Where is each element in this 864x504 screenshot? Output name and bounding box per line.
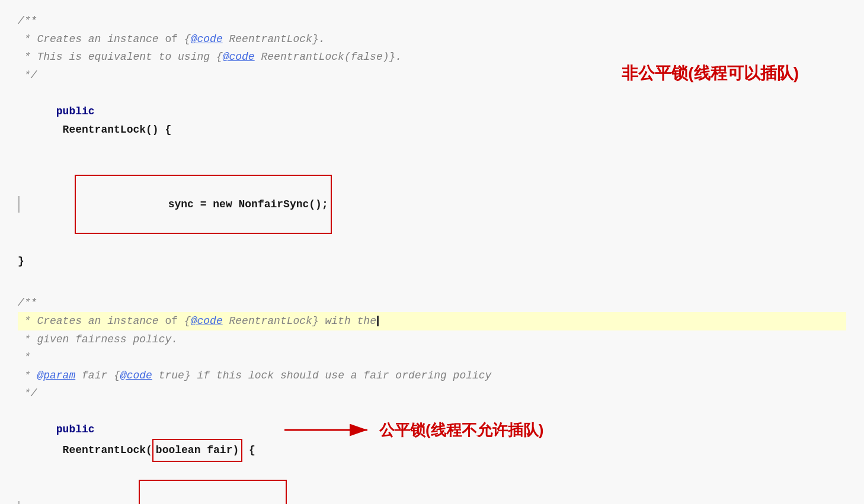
- comment-line-1: /**: [18, 12, 846, 30]
- annotation-fair: 公平锁(线程不允许插队): [379, 417, 543, 443]
- comment2-line-1: /**: [18, 294, 846, 312]
- section-gap: [18, 270, 846, 294]
- annotation-nonfair: 非公平锁(线程可以插队): [622, 59, 799, 88]
- boolean-fair-code: boolean fair): [156, 444, 239, 456]
- nonfairsync-highlight: sync = new NonfairSync();: [75, 175, 331, 234]
- comment2-line-6: */: [18, 384, 846, 403]
- arrow-annotation-fair: 公平锁(线程不允许插队): [284, 415, 543, 445]
- constructor-declaration-1: public ReentrantLock() {: [18, 84, 846, 156]
- constructor-body-2: sync = fair ? new FairSync() : new Nonfa…: [18, 480, 846, 504]
- keyword-public-1: public: [56, 105, 95, 117]
- constructor-name-1: ReentrantLock() {: [56, 124, 171, 136]
- comment2-line-2: * Creates an instance of {@code Reentran…: [18, 312, 846, 330]
- red-arrow-svg: [284, 415, 379, 445]
- keyword-public-2: public: [56, 423, 95, 435]
- open-brace-2: {: [242, 444, 255, 456]
- sync-fair-code: sync = fair ?: [24, 500, 139, 504]
- comment2-line-3: * given fairness policy.: [18, 330, 846, 349]
- comment2-line-5: * @param fair {@code true} if this lock …: [18, 367, 846, 385]
- comment-line-2: * Creates an instance of {@code Reentran…: [18, 30, 846, 49]
- code-block-2: /** * Creates an instance of {@code Reen…: [18, 294, 846, 504]
- boolean-fair-highlight: boolean fair): [152, 439, 242, 462]
- constructor-name-2: ReentrantLock(: [56, 444, 152, 456]
- code-block-1: /** * Creates an instance of {@code Reen…: [18, 12, 846, 270]
- comment2-line-4: *: [18, 348, 846, 367]
- ternary-else: :: [287, 500, 306, 504]
- closing-brace-1: }: [18, 252, 846, 271]
- nonfairsync-alt-code: new NonfairSync();: [306, 500, 421, 504]
- fairsync-highlight: new FairSync(): [139, 480, 287, 504]
- nonfairsync-code: sync = new NonfairSync();: [142, 198, 328, 210]
- constructor-body-1: sync = new NonfairSync();: [18, 157, 846, 252]
- code-container: /** * Creates an instance of {@code Reen…: [0, 0, 864, 504]
